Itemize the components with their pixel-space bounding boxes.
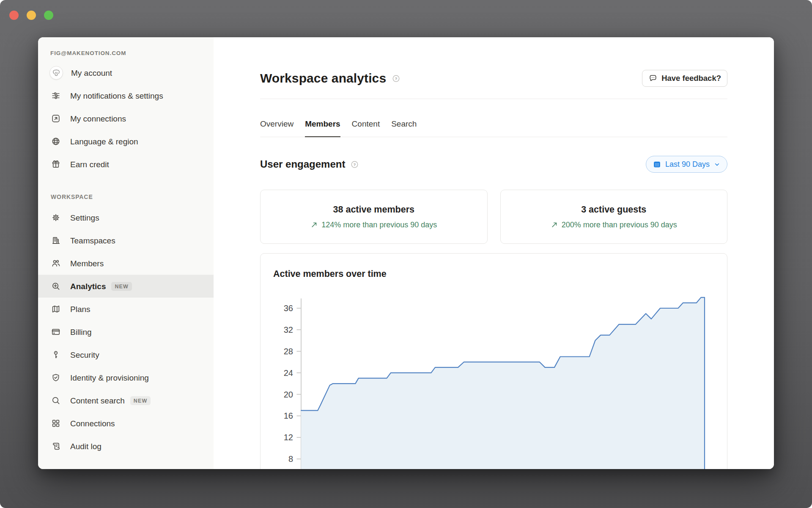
workspace-section-label: WORKSPACE [38,192,214,202]
account-email: FIG@MAKENOTION.COM [38,49,214,58]
trend-up-icon [551,221,558,229]
gift-icon [51,159,61,169]
traffic-light-minimize[interactable] [27,11,36,20]
analytics-tabs: OverviewMembersContentSearch [260,111,727,137]
members-chart: 363228242016128 [261,254,727,469]
area-fill [301,298,705,469]
sidebar-item-identity-provisioning[interactable]: Identity & provisioning [38,366,214,389]
y-axis-tick-label: 12 [284,433,293,442]
globe-icon [51,136,61,146]
sidebar-item-label: Settings [70,212,99,224]
tab-overview[interactable]: Overview [260,111,294,137]
people-icon [51,258,61,268]
help-circle-icon[interactable]: ? [392,74,401,83]
sidebar-item-label: My account [71,67,112,79]
chat-bubble-icon [648,74,658,83]
sidebar-item-label: Security [70,349,99,361]
y-axis-tick-label: 8 [288,454,293,464]
sidebar-item-billing[interactable]: Billing [38,320,214,343]
y-axis-tick-label: 36 [284,304,293,313]
sidebar-item-label: Billing [70,326,92,338]
sidebar-item-language-region[interactable]: Language & region [38,130,214,153]
settings-sidebar: FIG@MAKENOTION.COM My accountMy notifica… [38,37,214,469]
sidebar-item-teamspaces[interactable]: Teamspaces [38,229,214,252]
sidebar-item-earn-credit[interactable]: Earn credit [38,153,214,176]
sidebar-item-my-notifications-settings[interactable]: My notifications & settings [38,84,214,107]
sidebar-item-settings[interactable]: Settings [38,206,214,229]
sidebar-item-my-account[interactable]: My account [38,61,214,84]
sidebar-item-audit-log[interactable]: Audit log [38,435,214,458]
sidebar-item-members[interactable]: Members [38,252,214,275]
sidebar-item-my-connections[interactable]: My connections [38,107,214,130]
stat-delta-text: 124% more than previous 90 days [321,221,437,229]
header-row: Workspace analytics ? Have feedback? [260,69,727,88]
have-feedback-button[interactable]: Have feedback? [642,70,727,87]
sidebar-item-analytics[interactable]: AnalyticsNEW [38,275,214,298]
sidebar-item-plans[interactable]: Plans [38,298,214,320]
traffic-light-zoom[interactable] [44,11,53,20]
svg-text:?: ? [354,162,356,166]
stats-row: 38 active members124% more than previous… [260,190,727,244]
page-title: Workspace analytics [260,71,386,86]
stat-card-active-guests: 3 active guests200% more than previous 9… [500,190,728,244]
key-icon [51,350,61,360]
y-axis-tick-label: 32 [284,325,293,334]
engagement-header-row: User engagement ? Last 90 Days [260,152,727,176]
trend-up-icon [310,221,318,229]
date-range-dropdown[interactable]: Last 90 Days [646,156,727,173]
arrow-up-right-square-icon [51,113,61,124]
macos-window: FIG@MAKENOTION.COM My accountMy notifica… [0,0,812,508]
sidebar-item-label: Connections [70,418,115,429]
stat-card-active-members: 38 active members124% more than previous… [260,190,488,244]
sidebar-item-label: Earn credit [70,159,109,170]
magnifier-icon [51,395,61,406]
y-axis-tick-label: 24 [284,368,293,378]
header-divider [260,99,727,99]
active-members-chart-card: Active members over time 363228242016128 [260,253,727,469]
sidebar-item-label: Identity & provisioning [70,372,149,384]
grid-icon [51,418,61,428]
settings-modal: FIG@MAKENOTION.COM My accountMy notifica… [38,37,774,469]
have-feedback-label: Have feedback? [661,74,721,83]
workspace-section: SettingsTeamspacesMembersAnalyticsNEWPla… [38,206,214,458]
sliders-icon [51,91,61,101]
y-axis-tick-label: 28 [284,347,293,356]
tab-content[interactable]: Content [352,111,380,137]
stat-value: 3 active guests [581,204,646,215]
sidebar-item-label: Analytics [70,281,106,292]
credit-card-icon [51,327,61,337]
new-badge: NEW [130,396,151,405]
sidebar-item-label: Content search [70,395,125,406]
analytics-main: Workspace analytics ? Have feedback? Ove… [214,37,774,469]
stat-delta: 124% more than previous 90 days [310,221,437,229]
y-axis-tick-label: 20 [284,390,293,399]
sidebar-item-label: My connections [70,113,126,124]
stat-delta-text: 200% more than previous 90 days [562,221,677,229]
account-section: My accountMy notifications & settingsMy … [38,61,214,176]
sidebar-item-label: Teamspaces [70,235,115,246]
y-axis-tick-label: 16 [284,411,293,420]
stat-value: 38 active members [333,204,414,215]
tab-members[interactable]: Members [305,111,340,137]
sidebar-item-content-search[interactable]: Content searchNEW [38,389,214,412]
new-badge: NEW [111,282,132,291]
tab-search[interactable]: Search [391,111,417,137]
gear-icon [51,213,61,223]
sidebar-item-label: Audit log [70,441,102,452]
sidebar-item-security[interactable]: Security [38,343,214,366]
sidebar-item-connections[interactable]: Connections [38,412,214,435]
engagement-title-wrap: User engagement ? [260,158,359,170]
sidebar-item-label: Plans [70,304,91,315]
calendar-icon [653,160,661,169]
map-icon [51,304,61,314]
chevron-down-icon [713,161,721,168]
magnifier-sparkle-icon [51,281,61,291]
sidebar-item-label: My notifications & settings [70,90,163,102]
building-icon [51,235,61,246]
engagement-heading: User engagement [260,158,345,170]
help-circle-icon[interactable]: ? [350,160,359,169]
shield-check-icon [51,373,61,383]
stat-delta: 200% more than previous 90 days [551,221,677,229]
date-range-label: Last 90 Days [665,160,710,169]
traffic-light-close[interactable] [9,11,19,20]
